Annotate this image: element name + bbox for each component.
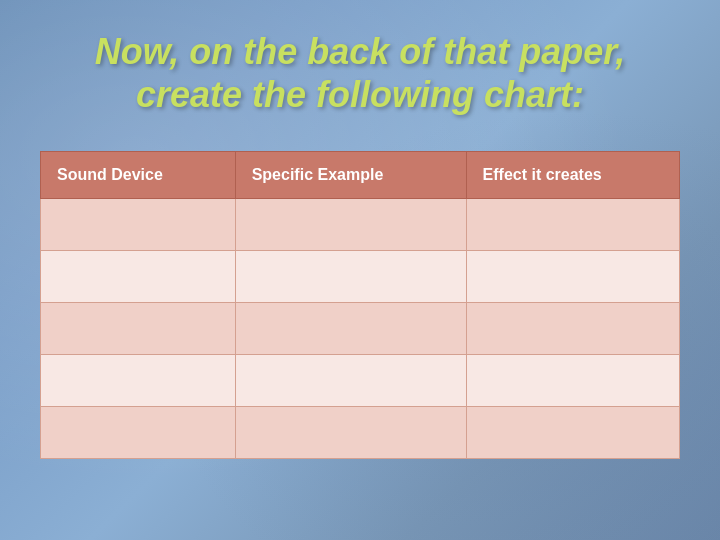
slide-title: Now, on the back of that paper, create t… [95, 30, 626, 116]
cell-effect-3 [466, 303, 679, 355]
table-row [41, 303, 680, 355]
col-header-effect-it-creates: Effect it creates [466, 152, 679, 199]
cell-effect-1 [466, 199, 679, 251]
table-header-row: Sound Device Specific Example Effect it … [41, 152, 680, 199]
col-header-specific-example: Specific Example [235, 152, 466, 199]
col-header-sound-device: Sound Device [41, 152, 236, 199]
cell-effect-2 [466, 251, 679, 303]
slide-content: Now, on the back of that paper, create t… [40, 30, 680, 459]
cell-specific-example-3 [235, 303, 466, 355]
cell-effect-4 [466, 355, 679, 407]
cell-sound-device-2 [41, 251, 236, 303]
chart-container: Sound Device Specific Example Effect it … [40, 151, 680, 459]
cell-sound-device-5 [41, 407, 236, 459]
table-row [41, 407, 680, 459]
table-row [41, 251, 680, 303]
cell-sound-device-3 [41, 303, 236, 355]
cell-specific-example-2 [235, 251, 466, 303]
cell-sound-device-4 [41, 355, 236, 407]
cell-effect-5 [466, 407, 679, 459]
cell-specific-example-1 [235, 199, 466, 251]
table-row [41, 199, 680, 251]
cell-specific-example-4 [235, 355, 466, 407]
title-line1: Now, on the back of that paper, [95, 31, 626, 72]
cell-sound-device-1 [41, 199, 236, 251]
cell-specific-example-5 [235, 407, 466, 459]
title-line2: create the following chart: [136, 74, 584, 115]
table-row [41, 355, 680, 407]
chart-table: Sound Device Specific Example Effect it … [40, 151, 680, 459]
